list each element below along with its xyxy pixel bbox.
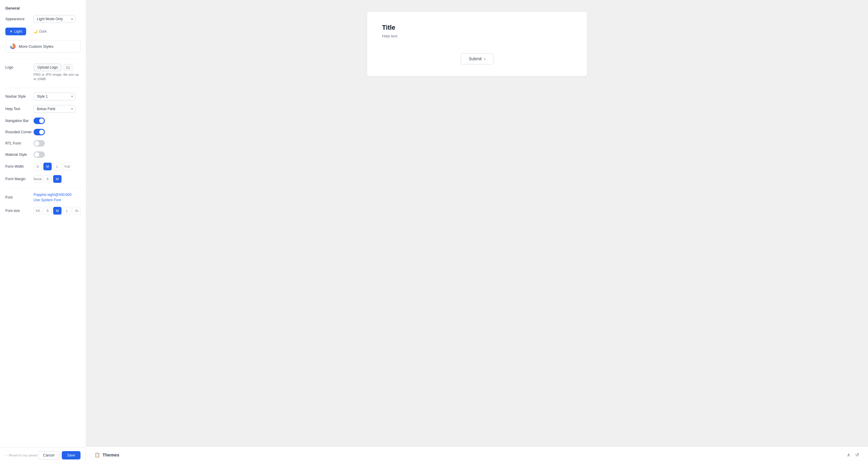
form-margin-s-button[interactable]: S — [43, 175, 52, 183]
rounded-corner-slider — [34, 129, 45, 135]
help-text-row: Help Text Below Field Above Field Toolti… — [5, 105, 81, 113]
main-content: Title Help text Submit › 📋 Themes ∧ ↺ — [86, 0, 868, 463]
revert-label: Revert to my saved — [9, 454, 37, 457]
font-label: Font — [5, 195, 34, 199]
logo-upload-area: Upload Logo — [34, 64, 81, 71]
font-size-buttons: XS S M L XL — [34, 207, 81, 214]
submit-button[interactable]: Submit › — [461, 53, 493, 64]
bottom-bar: ○ Revert to my saved Cancel Save — [0, 447, 86, 463]
themes-text: Themes — [102, 452, 119, 457]
navbar-style-label: Navbar Style — [5, 94, 34, 99]
image-icon — [66, 66, 70, 69]
font-size-xl-button[interactable]: XL — [73, 207, 81, 214]
form-width-row: Form Width S M L Full — [5, 163, 81, 170]
action-buttons: Cancel Save — [38, 451, 81, 459]
themes-chevron-up-button[interactable]: ∧ — [846, 452, 851, 458]
form-width-m-button[interactable]: M — [43, 163, 52, 170]
form-margin-row: Form Margin None S M — [5, 175, 81, 183]
help-text-select-wrapper: Below Field Above Field Tooltip ▾ — [34, 105, 75, 113]
divider-1 — [5, 59, 81, 59]
sun-icon: ☀ — [9, 29, 13, 34]
preview-card: Title Help text Submit › — [367, 12, 587, 76]
nav-bar-row: Navigation Bar — [5, 118, 81, 124]
appearance-row: Appearance Light Mode Only Dark Mode Onl… — [5, 15, 81, 23]
upload-logo-button[interactable]: Upload Logo — [34, 64, 61, 71]
help-text-control: Below Field Above Field Tooltip ▾ — [34, 105, 81, 113]
form-width-label: Form Width — [5, 164, 34, 169]
form-margin-label: Form Margin — [5, 177, 34, 181]
font-size-label: Font size — [5, 209, 34, 213]
save-button[interactable]: Save — [62, 451, 81, 459]
font-size-xs-button[interactable]: XS — [34, 207, 42, 214]
left-panel: General Appearance Light Mode Only Dark … — [0, 0, 86, 463]
dark-btn-label: Dark — [39, 29, 46, 34]
nav-bar-label: Navigation Bar — [5, 119, 34, 123]
form-width-full-button[interactable]: Full — [63, 163, 71, 170]
logo-hint: PNG or JPG image, file size up to 10MB — [34, 72, 81, 81]
logo-row: Logo Upload Logo PNG or JPG image, file … — [5, 64, 81, 81]
themes-actions: ∧ ↺ — [846, 452, 860, 458]
custom-styles-label: More Custom Styles — [19, 44, 54, 49]
divider-2 — [5, 88, 81, 88]
form-margin-none-button[interactable]: None — [34, 175, 42, 183]
nav-bar-slider — [34, 118, 45, 124]
refresh-icon: ↺ — [855, 452, 859, 457]
theme-buttons-row: ☀ Light 🌙 Dark — [5, 28, 81, 35]
chevron-up-icon: ∧ — [847, 452, 850, 457]
rtl-form-slider — [34, 140, 45, 146]
help-text-select[interactable]: Below Field Above Field Tooltip — [34, 105, 75, 113]
logo-image-placeholder — [64, 64, 72, 71]
font-row: Font Poppins:wght@400;600 Use System Fon… — [5, 193, 81, 202]
themes-icon: 📋 — [94, 452, 100, 458]
font-size-m-button[interactable]: M — [53, 207, 61, 214]
revert-link[interactable]: ○ Revert to my saved — [5, 454, 37, 457]
font-size-l-button[interactable]: L — [63, 207, 71, 214]
themes-refresh-button[interactable]: ↺ — [855, 452, 860, 458]
light-btn-label: Light — [14, 29, 22, 34]
form-margin-buttons: None S M — [34, 175, 61, 183]
nav-bar-toggle[interactable] — [34, 118, 45, 124]
panel-content: General Appearance Light Mode Only Dark … — [0, 0, 86, 447]
revert-icon: ○ — [5, 454, 7, 457]
material-style-label: Material Style — [5, 153, 34, 157]
use-system-font-link[interactable]: Use System Font — [34, 198, 71, 202]
form-width-s-button[interactable]: S — [34, 163, 42, 170]
form-margin-m-button[interactable]: M — [53, 175, 61, 183]
moon-icon: 🌙 — [33, 29, 38, 34]
material-style-slider — [34, 152, 45, 158]
rtl-form-row: RTL Form — [5, 140, 81, 146]
help-text-label: Help Text — [5, 107, 34, 111]
font-family-link[interactable]: Poppins:wght@400;600 — [34, 193, 71, 197]
appearance-control: Light Mode Only Dark Mode Only Auto ▾ — [34, 15, 81, 23]
rainbow-icon — [10, 43, 16, 49]
svg-point-2 — [67, 66, 68, 67]
rounded-corner-label: Rounded Corner — [5, 130, 34, 134]
divider-3 — [5, 188, 81, 188]
font-size-row: Font size XS S M L XL — [5, 207, 81, 214]
preview-title: Title — [382, 24, 572, 31]
rounded-corner-row: Rounded Corner — [5, 129, 81, 135]
rtl-form-label: RTL Form — [5, 141, 34, 145]
section-title: General — [5, 6, 81, 10]
more-custom-styles-button[interactable]: More Custom Styles — [5, 40, 81, 53]
navbar-style-select[interactable]: Style 1 Style 2 Style 3 — [34, 93, 75, 100]
logo-label: Logo — [5, 64, 34, 69]
cancel-button[interactable]: Cancel — [38, 451, 59, 459]
submit-arrow-icon: › — [484, 56, 486, 61]
rounded-corner-toggle[interactable] — [34, 129, 45, 135]
appearance-select-wrapper: Light Mode Only Dark Mode Only Auto ▾ — [34, 15, 75, 23]
font-size-s-button[interactable]: S — [43, 207, 52, 214]
light-mode-button[interactable]: ☀ Light — [5, 28, 26, 35]
material-style-row: Material Style — [5, 152, 81, 158]
preview-help-text: Help text — [382, 34, 572, 38]
appearance-select[interactable]: Light Mode Only Dark Mode Only Auto — [34, 15, 75, 23]
rtl-form-toggle[interactable] — [34, 140, 45, 146]
dark-mode-button[interactable]: 🌙 Dark — [29, 28, 51, 35]
navbar-style-select-wrapper: Style 1 Style 2 Style 3 ▾ — [34, 93, 75, 100]
form-width-l-button[interactable]: L — [53, 163, 61, 170]
font-links: Poppins:wght@400;600 Use System Font — [34, 193, 71, 202]
material-style-toggle[interactable] — [34, 152, 45, 158]
themes-footer: 📋 Themes ∧ ↺ — [86, 447, 868, 463]
navbar-style-control: Style 1 Style 2 Style 3 ▾ — [34, 93, 81, 100]
appearance-label: Appearance — [5, 17, 34, 21]
